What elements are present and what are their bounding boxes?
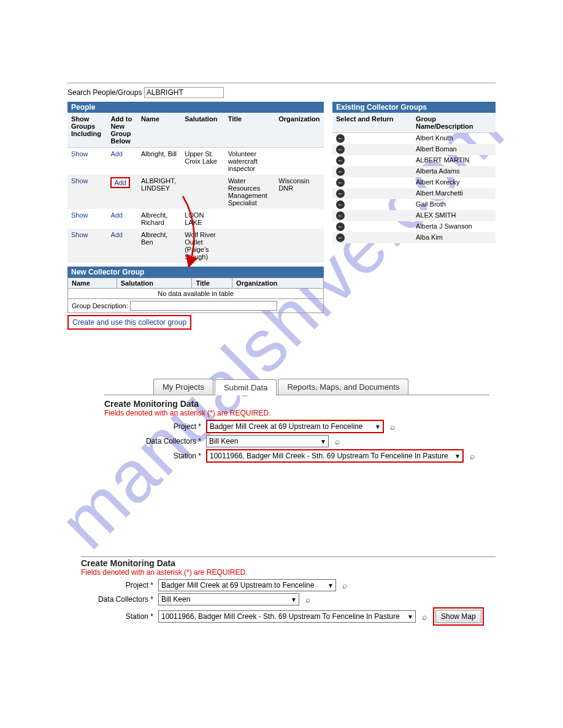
tab-my-projects[interactable]: My Projects (153, 379, 213, 395)
return-arrow-icon[interactable]: ← (336, 200, 345, 209)
table-row: ShowAddALBRIGHT, LINDSEYWater Resources … (67, 175, 324, 209)
label-project-2: Project * (81, 581, 155, 590)
binoculars-icon[interactable]: ⌕ (467, 452, 477, 460)
select-station-value: 10011966, Badger Mill Creek - Sth. 69 Up… (210, 452, 448, 460)
select-collectors-2[interactable]: Bill Keen ▼ (158, 593, 299, 605)
binoculars-icon[interactable]: ⌕ (419, 612, 429, 621)
show-link[interactable]: Show (71, 150, 88, 157)
cell-salutation: Wolf River Outlet (Paige's Slough) (181, 229, 224, 263)
create-group-link[interactable]: Create and use this collector group (72, 318, 186, 327)
cell-org (275, 229, 324, 263)
required-note: Fields denoted with an asterisk (*) are … (104, 409, 489, 417)
search-input[interactable] (144, 87, 224, 98)
show-map-button[interactable]: Show Map (435, 610, 481, 623)
add-link[interactable]: Add (110, 231, 123, 238)
group-name-cell: Alberta Adams (412, 166, 496, 177)
tab-bar: My Projects Submit Data Reports, Maps, a… (153, 379, 489, 395)
return-arrow-icon[interactable]: ← (336, 167, 345, 176)
col-show: Show Groups Including (67, 113, 107, 148)
search-label: Search People/Groups (67, 88, 142, 97)
return-arrow-icon[interactable]: ← (336, 233, 345, 242)
chevron-down-icon: ▼ (375, 423, 381, 430)
return-arrow-icon[interactable]: ← (336, 222, 345, 231)
select-project-2[interactable]: Badger Mill Creek at 69 Upstream to Fenc… (158, 579, 336, 591)
people-table: Show Groups Including Add to New Group B… (67, 113, 324, 263)
chevron-down-icon: ▼ (327, 582, 334, 589)
table-row: ←Albert Korecky (332, 177, 496, 188)
label-collectors-2: Data Collectors * (81, 595, 155, 604)
binoculars-icon[interactable]: ⌕ (303, 595, 313, 604)
form-title-2: Create Monitoring Data (81, 558, 496, 568)
select-collectors-value: Bill Keen (209, 437, 238, 446)
group-name-cell: Alba Kim (412, 232, 496, 243)
binoculars-icon[interactable]: ⌕ (332, 437, 342, 446)
select-project-value-2: Badger Mill Creek at 69 Upstream to Fenc… (161, 581, 314, 590)
select-station[interactable]: 10011966, Badger Mill Creek - Sth. 69 Up… (206, 449, 464, 463)
return-arrow-icon[interactable]: ← (336, 211, 345, 220)
chevron-down-icon: ▼ (454, 453, 461, 460)
group-desc-label: Group Description: (72, 302, 128, 309)
group-name-cell: Alberta J Swanson (412, 221, 496, 232)
ng-col-name: Name (68, 278, 117, 289)
return-arrow-icon[interactable]: ← (336, 178, 345, 187)
existing-table: Select and Return Group Name/Description… (332, 113, 496, 243)
add-link[interactable]: Add (110, 150, 123, 157)
cell-org: Wisconsin DNR (275, 175, 324, 209)
search-row: Search People/Groups (67, 87, 496, 98)
group-name-cell: Albert Korecky (412, 177, 496, 188)
group-desc-input[interactable] (130, 301, 277, 311)
chevron-down-icon: ▼ (291, 596, 297, 603)
cell-org (275, 209, 324, 229)
binoculars-icon[interactable]: ⌕ (388, 422, 397, 431)
table-row: ←Alberta Adams (332, 166, 496, 177)
show-link[interactable]: Show (71, 231, 88, 238)
table-row: ←Albert Knuth (332, 133, 496, 145)
table-row: ←Alba Kim (332, 232, 496, 243)
col-salutation: Salutation (181, 113, 224, 148)
cell-salutation: Upper St. Croix Lake (181, 148, 224, 175)
col-select-return: Select and Return (332, 113, 412, 133)
new-group-table: Name Salutation Title Organization No da… (67, 278, 324, 313)
tab-reports[interactable]: Reports, Maps, and Documents (278, 379, 408, 395)
existing-header: Existing Collector Groups (332, 102, 496, 113)
return-arrow-icon[interactable]: ← (336, 145, 345, 154)
group-name-cell: ALBERT MARTIN (412, 155, 496, 166)
group-name-cell: Gail Broth (412, 199, 496, 210)
select-station-2[interactable]: 10011966, Badger Mill Creek - Sth. 69 Up… (158, 610, 416, 623)
col-group-name: Group Name/Description (412, 113, 496, 133)
label-project: Project * (104, 422, 202, 431)
add-link[interactable]: Add (110, 211, 123, 219)
table-row: ShowAddAlbright, BillUpper St. Croix Lak… (67, 148, 324, 175)
cell-name: ALBRIGHT, LINDSEY (137, 175, 181, 209)
add-link[interactable]: Add (110, 177, 130, 188)
col-name: Name (137, 113, 181, 148)
select-collectors[interactable]: Bill Keen ▼ (206, 435, 329, 447)
table-row: ←ALEX SMITH (332, 210, 496, 221)
table-row: ←Gail Broth (332, 199, 496, 210)
new-group-header: New Collector Group (67, 267, 324, 278)
ng-col-org: Organization (232, 278, 324, 289)
select-station-value-2: 10011966, Badger Mill Creek - Sth. 69 Up… (161, 612, 400, 621)
show-link[interactable]: Show (71, 211, 88, 219)
table-row: ←Alberta J Swanson (332, 221, 496, 232)
select-project[interactable]: Badger Mill Creek at 69 Upstream to Fenc… (206, 420, 384, 433)
group-name-cell: Albert Marchetti (412, 188, 496, 199)
cell-org (275, 148, 324, 175)
tab-submit-data[interactable]: Submit Data (215, 379, 277, 395)
cell-title: Volunteer watercraft inspector (224, 148, 275, 175)
return-arrow-icon[interactable]: ← (336, 134, 345, 143)
return-arrow-icon[interactable]: ← (336, 156, 345, 165)
show-link[interactable]: Show (71, 177, 88, 184)
cell-name: Albright, Bill (137, 148, 181, 175)
cell-title (224, 209, 275, 229)
table-row: ShowAddAlbrecht, RichardLOON LAKE (67, 209, 324, 229)
select-collectors-value-2: Bill Keen (161, 595, 190, 604)
ng-col-title: Title (192, 278, 232, 289)
table-row: ←ALBERT MARTIN (332, 155, 496, 166)
binoculars-icon[interactable]: ⌕ (340, 581, 350, 590)
table-row: ShowAddAlbrecht, BenWolf River Outlet (P… (67, 229, 324, 263)
col-add: Add to New Group Below (107, 113, 137, 148)
label-station-2: Station * (81, 612, 155, 621)
group-name-cell: Albert Knuth (412, 133, 496, 145)
return-arrow-icon[interactable]: ← (336, 189, 345, 198)
